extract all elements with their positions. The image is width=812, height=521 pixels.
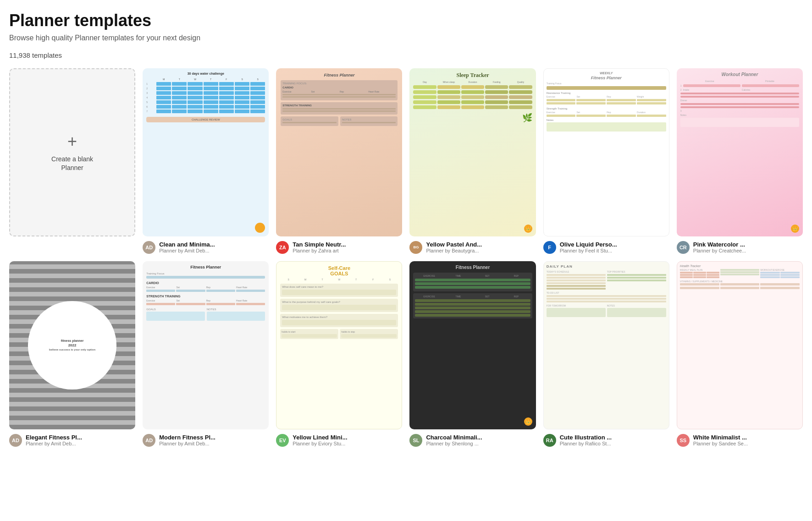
card-info-workout: CR Pink Watercolor ... Planner by Creatc… [677,241,803,254]
card-title-daily: Cute Illustration ... [560,434,612,441]
card-info-sleep: BG Yellow Pastel And... Planner by Beaut… [409,241,536,254]
page-title: Planner templates [9,11,803,30]
card-title-water: Clean and Minima... [159,241,215,248]
card-meta-health: Planner by Sandee Se... [693,441,748,446]
avatar-sleep: BG [409,241,422,254]
card-title-selfcare: Yellow Lined Mini... [293,434,347,441]
card-meta-daily: Planner by Rafiico St... [560,441,612,446]
card-title-workout: Pink Watercolor ... [693,241,746,248]
card-info-fitness-pink: ZA Tan Simple Neutr... Planner by Zahra … [276,241,402,254]
thumbnail-selfcare: Self-CareGOALS SMTWTFS What does self ca… [276,261,402,429]
blank-card[interactable]: + Create a blankPlanner [9,68,135,254]
blank-card-thumbnail[interactable]: + Create a blankPlanner [9,68,135,236]
card-title-modern: Modern Fitness Pl... [159,434,215,441]
card-info-elegant: AD Elegant Fitness Pl... Planner by Amit… [9,434,135,447]
card-meta-elegant: Planner by Amit Deb... [26,441,82,446]
card-meta-selfcare: Planner by Eviory Stu... [293,441,347,446]
template-card-weekly[interactable]: WEEKLY Fitness Planner Training Focus Re… [543,68,669,254]
card-title-elegant: Elegant Fitness Pl... [26,434,82,441]
card-info-daily: RA Cute Illustration ... Planner by Rafi… [543,434,669,447]
card-info-weekly: F Olive Liquid Perso... Planner by Feel … [543,241,669,254]
thumbnail-health: Health Tracker WEEKLY MEAL PLAN [677,261,803,429]
thumbnail-daily: DAILY PLAN TODAY'S SCHEDULE TOP PRIORITI… [543,261,669,429]
thumbnail-weekly: WEEKLY Fitness Planner Training Focus Re… [543,68,669,236]
plus-icon: + [67,132,77,151]
avatar-selfcare: EV [276,434,289,447]
template-card-modern[interactable]: Fitness Planner Training Focus CARDIO Ex… [143,261,269,447]
card-text-water: Clean and Minima... Planner by Amit Deb.… [159,241,215,253]
card-title-health: White Minimalist ... [693,434,748,441]
card-info-health: SS White Minimalist ... Planner by Sande… [677,434,803,447]
card-meta-modern: Planner by Amit Deb... [159,441,215,446]
template-card-elegant[interactable]: fitness planner 2022 believe success is … [9,261,135,447]
avatar-modern: AD [143,434,155,447]
thumbnail-modern: Fitness Planner Training Focus CARDIO Ex… [143,261,269,429]
blank-card-label: Create a blankPlanner [51,155,93,173]
card-info-charcoal: SL Charcoal Minimali... Planner by Shenl… [409,434,536,447]
card-meta-workout: Planner by Creatchee... [693,248,746,253]
avatar-charcoal: SL [409,434,422,447]
card-meta-charcoal: Planner by Shenlong ... [426,441,482,446]
card-title-fitness-pink: Tan Simple Neutr... [293,241,346,248]
thumbnail-elegant: fitness planner 2022 believe success is … [9,261,135,429]
circle-badge: fitness planner 2022 believe success is … [28,301,116,389]
template-card-fitness-pink[interactable]: Fitness Planner TRAINING FOCUS: CARDIO E… [276,68,402,254]
card-meta-water: Planner by Amit Deb... [159,248,215,253]
page-subtitle: Browse high quality Planner templates fo… [9,34,803,42]
thumbnail-workout: Workout Planner Exercise Printable 1 2 I… [677,68,803,236]
avatar-weekly: F [543,241,556,254]
avatar-workout: CR [677,241,690,254]
avatar-water: AD [143,241,155,254]
template-card-selfcare[interactable]: Self-CareGOALS SMTWTFS What does self ca… [276,261,402,447]
card-info-selfcare: EV Yellow Lined Mini... Planner by Evior… [276,434,402,447]
template-card-health[interactable]: Health Tracker WEEKLY MEAL PLAN [677,261,803,447]
thumbnail-charcoal: Fitness Planner EXERCISETIMESETREP EXERC… [409,261,536,429]
template-card-sleep[interactable]: Sleep Tracker Day When sleep Duration Fe… [409,68,536,254]
thumbnail-water: 30 days water challenge M T W T F S S 1 … [143,68,269,236]
thumbnail-fitness-pink: Fitness Planner TRAINING FOCUS: CARDIO E… [276,68,402,236]
card-title-weekly: Olive Liquid Perso... [560,241,617,248]
card-info-modern: AD Modern Fitness Pl... Planner by Amit … [143,434,269,447]
template-grid: + Create a blankPlanner 30 days water ch… [9,68,803,447]
card-title-charcoal: Charcoal Minimali... [426,434,482,441]
template-card-workout[interactable]: Workout Planner Exercise Printable 1 2 I… [677,68,803,254]
card-meta-weekly: Planner by Feel it Stu... [560,248,617,253]
card-meta-fitness-pink: Planner by Zahra art [293,248,346,253]
template-card-daily[interactable]: DAILY PLAN TODAY'S SCHEDULE TOP PRIORITI… [543,261,669,447]
avatar-health: SS [677,434,690,447]
card-info-water: AD Clean and Minima... Planner by Amit D… [143,241,269,254]
template-count: 11,938 templates [9,51,803,59]
card-meta-sleep: Planner by Beautygra... [426,248,482,253]
template-card-charcoal[interactable]: Fitness Planner EXERCISETIMESETREP EXERC… [409,261,536,447]
thumbnail-sleep: Sleep Tracker Day When sleep Duration Fe… [409,68,536,236]
avatar-daily: RA [543,434,556,447]
avatar-fitness-pink: ZA [276,241,289,254]
avatar-elegant: AD [9,434,22,447]
card-title-sleep: Yellow Pastel And... [426,241,482,248]
template-card-water[interactable]: 30 days water challenge M T W T F S S 1 … [143,68,269,254]
